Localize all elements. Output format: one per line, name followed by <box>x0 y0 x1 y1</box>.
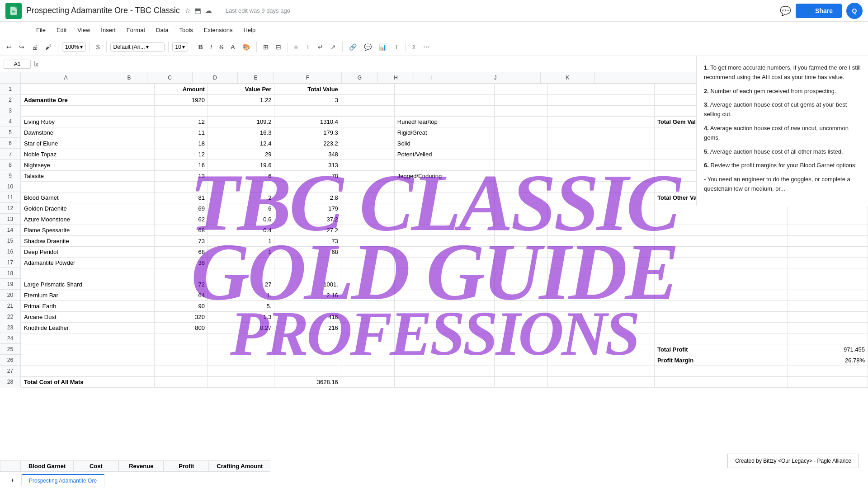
cell-22-k[interactable] <box>788 312 868 323</box>
cell-24-e[interactable] <box>341 333 394 344</box>
cell-28-b[interactable] <box>154 377 208 388</box>
cell-19-h[interactable] <box>548 279 601 290</box>
cell-19-d[interactable]: 1001. <box>274 279 341 290</box>
cell-12-i[interactable] <box>601 203 654 214</box>
cell-11-h[interactable] <box>548 192 601 203</box>
cell-22-e[interactable] <box>341 312 394 323</box>
cell-11-e[interactable] <box>341 192 394 203</box>
cell-16-i[interactable] <box>601 247 654 258</box>
merge-button[interactable]: ⊟ <box>273 42 284 52</box>
italic-button[interactable]: I <box>208 42 215 52</box>
row-number-27[interactable]: 27 <box>0 366 21 376</box>
cell-23-g[interactable] <box>495 323 548 333</box>
cell-10-f[interactable] <box>394 182 494 192</box>
cell-18-h[interactable] <box>548 268 601 279</box>
sheets-logo[interactable] <box>5 3 22 19</box>
cell-21-d[interactable] <box>274 301 341 312</box>
cell-28-g[interactable] <box>495 377 548 388</box>
cell-25-e[interactable] <box>341 344 394 355</box>
cell-8-a[interactable]: Nightseye <box>21 160 155 171</box>
cell-23-i[interactable] <box>601 323 654 333</box>
cell-27-k[interactable] <box>788 366 868 377</box>
col-header-e[interactable]: E <box>238 72 274 83</box>
cell-11-c[interactable]: 2 <box>208 192 274 203</box>
cell-16-c[interactable]: 1 <box>208 247 274 258</box>
cell-3-c[interactable] <box>208 106 274 117</box>
bold-button[interactable]: B <box>196 42 206 52</box>
cell-20-c[interactable]: 1. <box>208 290 274 301</box>
cell-15-k[interactable] <box>788 236 868 247</box>
menu-tools[interactable]: Tools <box>175 25 197 35</box>
cell-17-h[interactable] <box>548 258 601 268</box>
cell-5-f[interactable]: Rigid/Great <box>394 127 494 138</box>
cell-28-j[interactable] <box>654 377 788 388</box>
cell-22-b[interactable]: 320 <box>154 312 208 323</box>
cell-4-b[interactable]: 12 <box>154 117 208 127</box>
cell-26-k[interactable]: 26.78% <box>788 355 868 366</box>
cell-21-j[interactable] <box>654 301 788 312</box>
cell-1-c[interactable]: Value Per <box>208 84 274 95</box>
cell-4-h[interactable] <box>548 117 601 127</box>
row-number-17[interactable]: 17 <box>0 257 21 268</box>
cell-3-h[interactable] <box>548 106 601 117</box>
cell-26-g[interactable] <box>495 355 548 366</box>
folder-icon[interactable]: ⬒ <box>194 6 201 15</box>
cell-27-h[interactable] <box>548 366 601 377</box>
cell-16-e[interactable] <box>341 247 394 258</box>
cell-21-b[interactable]: 90 <box>154 301 208 312</box>
cell-10-g[interactable] <box>495 182 548 192</box>
cell-8-e[interactable] <box>341 160 394 171</box>
cell-12-f[interactable] <box>394 203 494 214</box>
cell-14-i[interactable] <box>601 225 654 236</box>
cell-28-i[interactable] <box>601 377 654 388</box>
col-header-j[interactable]: J <box>450 72 541 83</box>
cell-18-j[interactable] <box>654 268 788 279</box>
cell-13-i[interactable] <box>601 214 654 225</box>
col-header-f[interactable]: F <box>274 72 342 83</box>
cell-10-b[interactable] <box>154 182 208 192</box>
row-number-3[interactable]: 3 <box>0 105 21 116</box>
cell-21-k[interactable] <box>788 301 868 312</box>
chat-icon[interactable]: 💬 <box>780 5 791 16</box>
menu-format[interactable]: Format <box>122 25 150 35</box>
cell-20-d[interactable]: 2.16 <box>274 290 341 301</box>
cell-4-d[interactable]: 1310.4 <box>274 117 341 127</box>
menu-file[interactable]: File <box>32 25 50 35</box>
cell-17-e[interactable] <box>341 258 394 268</box>
cell-6-c[interactable]: 12.4 <box>208 138 274 149</box>
cell-27-g[interactable] <box>495 366 548 377</box>
cell-11-a[interactable]: Blood Garnet <box>21 192 155 203</box>
cell-15-a[interactable]: Shadow Draenite <box>21 236 155 247</box>
row-number-13[interactable]: 13 <box>0 214 21 225</box>
cell-10-c[interactable] <box>208 182 274 192</box>
cell-27-b[interactable] <box>154 366 208 377</box>
cell-20-b[interactable]: 64 <box>154 290 208 301</box>
cell-8-g[interactable] <box>495 160 548 171</box>
row-number-23[interactable]: 23 <box>0 322 21 333</box>
chart-button[interactable]: 📊 <box>376 42 389 52</box>
cell-26-d[interactable] <box>274 355 341 366</box>
cell-24-j[interactable] <box>654 333 788 344</box>
cell-11-f[interactable] <box>394 192 494 203</box>
cell-17-g[interactable] <box>495 258 548 268</box>
cell-16-g[interactable] <box>495 247 548 258</box>
cell-15-d[interactable]: 73 <box>274 236 341 247</box>
cell-28-h[interactable] <box>548 377 601 388</box>
cell-5-a[interactable]: Dawnstone <box>21 127 155 138</box>
cell-11-i[interactable] <box>601 192 654 203</box>
cell-12-b[interactable]: 69 <box>154 203 208 214</box>
cell-26-a[interactable] <box>21 355 155 366</box>
cell-24-i[interactable] <box>601 333 654 344</box>
cell-24-c[interactable] <box>208 333 274 344</box>
cell-1-f[interactable] <box>394 84 494 95</box>
row-number-7[interactable]: 7 <box>0 149 21 160</box>
cell-8-i[interactable] <box>601 160 654 171</box>
cell-6-f[interactable]: Solid <box>394 138 494 149</box>
row-number-9[interactable]: 9 <box>0 170 21 181</box>
cell-15-b[interactable]: 73 <box>154 236 208 247</box>
cell-9-h[interactable] <box>548 171 601 182</box>
redo-button[interactable]: ↪ <box>16 42 27 52</box>
menu-edit[interactable]: Edit <box>52 25 71 35</box>
cell-22-g[interactable] <box>495 312 548 323</box>
cell-10-h[interactable] <box>548 182 601 192</box>
